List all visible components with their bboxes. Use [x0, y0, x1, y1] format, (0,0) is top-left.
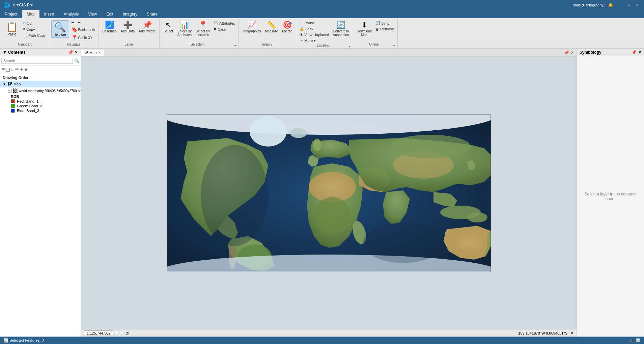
- offline-group-content: ⬇ Download Map 🔄 Sync 🗑 Remove: [355, 20, 395, 43]
- select-by-attr-button[interactable]: 📊 Select By Attributes: [176, 20, 193, 38]
- tab-edit[interactable]: Edit: [102, 10, 118, 18]
- tab-share[interactable]: Share: [142, 10, 162, 18]
- tab-imagery[interactable]: Imagery: [118, 10, 142, 18]
- inquiry-group: 📈 Infographics 📏 Measure 🎯 Locate Inquir…: [239, 19, 296, 48]
- map-layer-item[interactable]: ▼ 🗺 Map: [0, 81, 81, 87]
- select-button[interactable]: ↖ Select: [162, 20, 175, 34]
- filter-icon[interactable]: ★: [24, 67, 28, 72]
- map-panel-pin-icon[interactable]: 📌: [564, 50, 569, 55]
- svg-point-17: [363, 222, 444, 263]
- paste-button[interactable]: 📋 Paste: [3, 20, 21, 37]
- attributes-button[interactable]: 📋 Attributes: [212, 20, 236, 26]
- map-tab-close[interactable]: ✕: [98, 51, 101, 54]
- map-tab-label: Map: [89, 51, 96, 55]
- add-preset-button[interactable]: 📌 Add Preset: [137, 20, 157, 34]
- sync-icon: 🔄: [375, 21, 380, 25]
- copy-button[interactable]: ⧉ Copy: [21, 26, 47, 32]
- measure-button[interactable]: 📏 Measure: [263, 20, 280, 34]
- lock-button[interactable]: 🔒 Lock: [298, 26, 330, 32]
- sync-button[interactable]: 🔄 Sync: [374, 20, 395, 26]
- contents-search: 🔍: [0, 56, 81, 65]
- red-band-label: Red: Band_1: [17, 99, 38, 103]
- layer-visibility-check[interactable]: ✓: [8, 89, 11, 93]
- search-icon[interactable]: 🔍: [74, 58, 79, 63]
- tab-project[interactable]: Project: [0, 10, 22, 18]
- bookmarks-button[interactable]: 🔖 Bookmarks: [70, 26, 96, 33]
- clear-button[interactable]: ✖ Clear: [212, 26, 236, 32]
- list-view-icon[interactable]: ≡: [2, 67, 5, 72]
- layer-view-icon[interactable]: ◫: [6, 67, 10, 72]
- coordinates-dropdown[interactable]: ▼: [570, 331, 574, 335]
- infographics-button[interactable]: 📈 Infographics: [241, 20, 262, 34]
- map-expand-icon[interactable]: ▼: [3, 82, 6, 86]
- map-panel-close-icon[interactable]: ✕: [570, 50, 574, 55]
- maximize-button[interactable]: □: [625, 3, 632, 7]
- contents-close-icon[interactable]: ✕: [75, 50, 78, 55]
- add-data-button[interactable]: ➕ Add Data: [119, 20, 137, 34]
- symbology-close-icon[interactable]: ✕: [638, 50, 641, 55]
- basemap-button[interactable]: 🗾 Basemap: [101, 20, 118, 34]
- ribbon-tabs: Project Map Insert Analysis View Edit Im…: [0, 10, 644, 18]
- convert-to-annotation-button[interactable]: 🔄 Convert To Annotation: [331, 20, 351, 38]
- tab-view[interactable]: View: [83, 10, 102, 18]
- select-by-loc-button[interactable]: 📍 Select By Location: [194, 20, 212, 38]
- symbology-pin-icon[interactable]: 📌: [632, 50, 637, 55]
- map-tab[interactable]: 🗺 Map ✕: [81, 50, 104, 56]
- pause-status-icon[interactable]: ⏸: [629, 338, 633, 342]
- view-unplaced-icon: 👁: [300, 33, 303, 37]
- selection-group-content: ↖ Select 📊 Select By Attributes 📍 Select…: [162, 20, 236, 43]
- selection-group: ↖ Select 📊 Select By Attributes 📍 Select…: [160, 19, 239, 48]
- map-tabs: 🗺 Map ✕ 📌 ✕: [81, 49, 577, 57]
- layer-group-content: 🗾 Basemap ➕ Add Data 📌 Add Preset: [101, 20, 157, 43]
- edit-icon[interactable]: ✏: [15, 67, 19, 72]
- goto-xy-button[interactable]: 📍 Go To XY: [70, 34, 96, 42]
- remove-button[interactable]: 🗑 Remove: [374, 26, 395, 32]
- status-icon-3[interactable]: 🔊: [125, 331, 130, 335]
- map-canvas[interactable]: [81, 57, 577, 329]
- cut-button[interactable]: ✂ Cut: [21, 20, 47, 26]
- band-blue-item: Blue: Band_3: [0, 108, 81, 113]
- offline-group-header: Offline ⌄: [355, 43, 395, 47]
- raster-layer-name: world.topo.bathy.200408.3x5400x2700.png: [19, 89, 81, 93]
- explore-button[interactable]: 🔍 Explore: [51, 20, 69, 38]
- map-status-left: 1:125,744,502 ⊞ ⊟ 🔊: [84, 330, 130, 336]
- close-button[interactable]: ×: [634, 3, 641, 7]
- status-icon-2[interactable]: ⊟: [120, 331, 123, 335]
- more-button[interactable]: ⋯ More ▾: [298, 38, 330, 44]
- forward-button[interactable]: ➡: [76, 20, 82, 25]
- tab-map[interactable]: Map: [22, 10, 39, 18]
- map-status: 1:125,744,502 ⊞ ⊟ 🔊 189.1841970°W 8.0694…: [81, 329, 577, 337]
- svg-point-6: [314, 197, 351, 234]
- attributes-icon: 📋: [214, 21, 218, 25]
- selection-expand-icon[interactable]: ⌄: [234, 43, 236, 47]
- refresh-status-icon[interactable]: 🔄: [636, 338, 641, 343]
- add-group-icon[interactable]: +: [20, 67, 23, 72]
- tab-analysis[interactable]: Analysis: [59, 10, 84, 18]
- labeling-expand-icon[interactable]: ⌄: [348, 44, 351, 48]
- back-button[interactable]: ⬅: [70, 20, 76, 25]
- locate-button[interactable]: 🎯 Locate: [280, 20, 294, 34]
- contents-pin-icon[interactable]: 📌: [68, 50, 73, 55]
- coordinates-display: 189.1841970°W 8.0694681°S: [518, 331, 567, 335]
- minimize-button[interactable]: −: [616, 3, 622, 7]
- offline-expand-icon[interactable]: ⌄: [393, 43, 395, 47]
- rgb-label: RGB: [11, 95, 19, 99]
- clipboard-col: ✂ Cut ⧉ Copy 📄 Path Copy: [21, 20, 47, 38]
- path-copy-button[interactable]: 📄 Path Copy: [21, 32, 47, 38]
- select-icon: ↖: [165, 21, 171, 29]
- download-map-button[interactable]: ⬇ Download Map: [355, 20, 373, 38]
- view-unplaced-button[interactable]: 👁 View Unplaced: [298, 32, 330, 37]
- bell-icon[interactable]: 🔔: [608, 3, 613, 7]
- scale-dropdown[interactable]: 1:125,744,502: [84, 330, 113, 336]
- app-title: ArcGIS Pro: [13, 3, 33, 7]
- raster-layer-item[interactable]: ✓ 🖼 world.topo.bathy.200408.3x5400x2700.…: [0, 87, 81, 94]
- pause-button[interactable]: ⏸ Pause: [298, 20, 330, 26]
- world-map-display: [167, 114, 491, 271]
- tab-insert[interactable]: Insert: [39, 10, 59, 18]
- search-input[interactable]: [1, 58, 73, 64]
- raster-icon: 🖼: [13, 88, 18, 94]
- contents-filter-icon[interactable]: ▼: [3, 50, 7, 55]
- status-bar: 📊 Selected Features: 0 ⏸ 🔄: [0, 337, 644, 344]
- visibility-icon[interactable]: □: [11, 67, 14, 72]
- status-icon-1[interactable]: ⊞: [115, 331, 118, 335]
